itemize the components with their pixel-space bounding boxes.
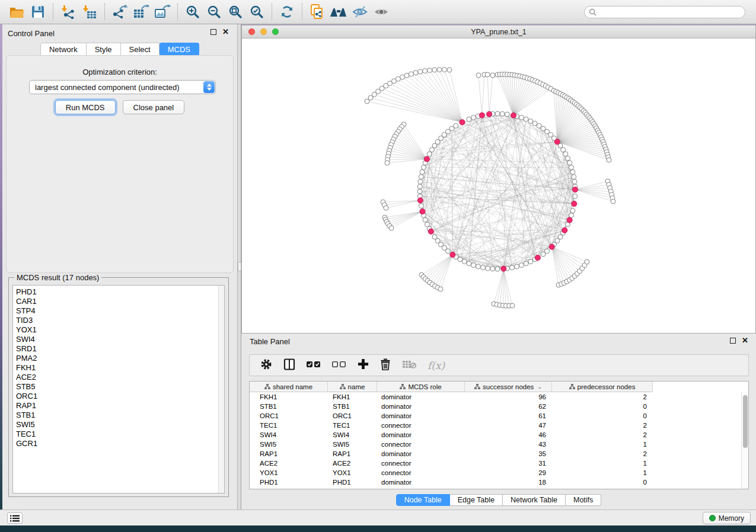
cell-shared_name[interactable]: ORC1 [260,411,279,421]
tab-select[interactable]: Select [121,43,160,56]
cell-predecessor_nodes[interactable]: 0 [552,411,647,421]
float-panel-icon[interactable] [730,338,736,344]
cell-successor_nodes[interactable]: 62 [465,402,546,411]
cell-shared_name[interactable]: SWI5 [260,440,276,449]
column-selector-icon[interactable] [283,358,295,373]
cell-successor_nodes[interactable]: 61 [465,411,546,421]
node-table[interactable]: shared namenameMCDS rolesuccessor nodes⌄… [249,381,749,489]
cell-mcds_role[interactable]: dominator [381,477,412,487]
zoom-out-icon[interactable] [205,3,223,21]
cell-mcds_role[interactable]: connector [381,421,412,430]
cell-successor_nodes[interactable]: 31 [465,459,546,468]
import-table-icon[interactable] [81,3,98,21]
cell-name[interactable]: ACE2 [333,459,350,468]
tab-node-table[interactable]: Node Table [396,494,450,506]
export-image-icon[interactable] [154,3,171,21]
cell-shared_name[interactable]: RAP1 [260,449,277,459]
cell-mcds_role[interactable]: connector [381,440,412,449]
cell-mcds_role[interactable]: dominator [381,392,412,402]
cell-mcds_role[interactable]: dominator [381,449,412,459]
cell-predecessor_nodes[interactable]: 1 [552,459,647,468]
cell-shared_name[interactable]: ACE2 [260,459,277,468]
cell-shared_name[interactable]: SWI4 [260,430,276,440]
cell-successor_nodes[interactable]: 47 [465,421,546,430]
close-panel-button[interactable]: Close panel [123,100,185,114]
zoom-selected-icon[interactable] [248,3,266,21]
cell-successor_nodes[interactable]: 43 [465,440,546,449]
zoom-in-icon[interactable] [184,3,202,21]
network-search-box[interactable] [584,6,745,18]
cell-predecessor_nodes[interactable]: 1 [552,468,647,477]
cell-shared_name[interactable]: STB1 [260,402,277,411]
float-panel-icon[interactable] [210,29,216,35]
cell-successor_nodes[interactable]: 29 [465,468,546,477]
network-graph[interactable] [242,39,755,333]
export-network-icon[interactable] [111,3,129,21]
table-row[interactable]: STB1STB1dominator620 [250,402,741,411]
select-all-icon[interactable] [307,360,321,371]
cell-name[interactable]: RAP1 [333,449,350,459]
cell-predecessor_nodes[interactable]: 1 [552,440,647,449]
settings-gear-icon[interactable] [260,358,272,373]
cell-name[interactable]: SWI4 [333,430,349,440]
task-history-button[interactable] [7,512,23,524]
table-row[interactable]: FKH1FKH1dominator962 [250,392,741,402]
cell-successor_nodes[interactable]: 35 [465,449,546,459]
zoom-fit-icon[interactable] [227,3,244,21]
cell-name[interactable]: SWI5 [333,440,349,449]
cell-mcds_role[interactable]: dominator [381,411,412,421]
tab-edge-table[interactable]: Edge Table [450,494,503,506]
cell-shared_name[interactable]: TEC1 [260,421,277,430]
cell-predecessor_nodes[interactable]: 2 [552,421,647,430]
cell-predecessor_nodes[interactable]: 0 [552,477,647,487]
cell-shared_name[interactable]: YOX1 [260,468,278,477]
optimization-criterion-dropdown[interactable]: largest connected component (undirected) [29,80,216,94]
table-row[interactable]: SWI4SWI4dominator462 [250,430,741,440]
search-network-icon[interactable] [330,3,347,21]
cell-successor_nodes[interactable]: 18 [465,477,546,487]
cell-predecessor_nodes[interactable]: 2 [552,430,647,440]
column-header-MCDS-role[interactable]: MCDS role [377,382,465,392]
run-mcds-button[interactable]: Run MCDS [55,100,116,114]
table-row[interactable]: PHD1PHD1dominator180 [250,477,741,487]
cell-name[interactable]: PHD1 [333,477,351,487]
network-window-titlebar[interactable]: YPA_prune.txt_1 [242,25,755,39]
clone-network-icon[interactable] [308,3,326,21]
cell-predecessor_nodes[interactable]: 0 [552,402,647,411]
cell-name[interactable]: TEC1 [333,421,350,430]
cell-shared_name[interactable]: FKH1 [260,392,277,402]
table-scrollbar[interactable] [741,392,748,489]
close-panel-icon[interactable]: ✕ [222,29,229,35]
column-header-predecessor-nodes[interactable]: predecessor nodes [552,382,653,392]
search-input[interactable] [596,7,745,17]
table-row[interactable]: YOX1YOX1connector291 [250,468,741,477]
cell-mcds_role[interactable]: dominator [381,402,412,411]
hide-panels-icon[interactable] [351,3,369,21]
export-table-icon[interactable] [132,3,150,21]
close-panel-icon[interactable]: ✕ [742,338,748,344]
cell-shared_name[interactable]: PHD1 [260,477,278,487]
table-row[interactable]: ACE2ACE2connector311 [250,459,741,468]
save-session-icon[interactable] [29,3,47,21]
add-column-icon[interactable] [358,358,369,372]
cell-name[interactable]: STB1 [333,402,350,411]
sort-indicator-icon[interactable]: ⌄ [537,384,542,390]
delete-column-icon[interactable] [380,358,391,373]
table-row[interactable]: RAP1RAP1dominator352 [250,449,741,459]
column-header-shared-name[interactable]: shared name [250,382,328,392]
table-row[interactable]: SWI5SWI5connector431 [250,440,741,449]
table-row[interactable]: ORC1ORC1dominator610 [250,411,741,421]
tab-motifs[interactable]: Motifs [566,494,601,506]
memory-button[interactable]: Memory [703,512,751,524]
cell-successor_nodes[interactable]: 46 [465,430,546,440]
cell-predecessor_nodes[interactable]: 2 [552,449,647,459]
cell-mcds_role[interactable]: connector [381,459,412,468]
cell-name[interactable]: YOX1 [333,468,351,477]
tab-mcds[interactable]: MCDS [160,43,199,56]
column-header-successor-nodes[interactable]: successor nodes⌄ [465,382,552,392]
cell-mcds_role[interactable]: dominator [381,430,412,440]
table-scrollbar-thumb[interactable] [743,395,748,448]
deselect-all-icon[interactable] [332,360,346,371]
refresh-icon[interactable] [278,3,296,21]
cell-name[interactable]: ORC1 [333,411,352,421]
